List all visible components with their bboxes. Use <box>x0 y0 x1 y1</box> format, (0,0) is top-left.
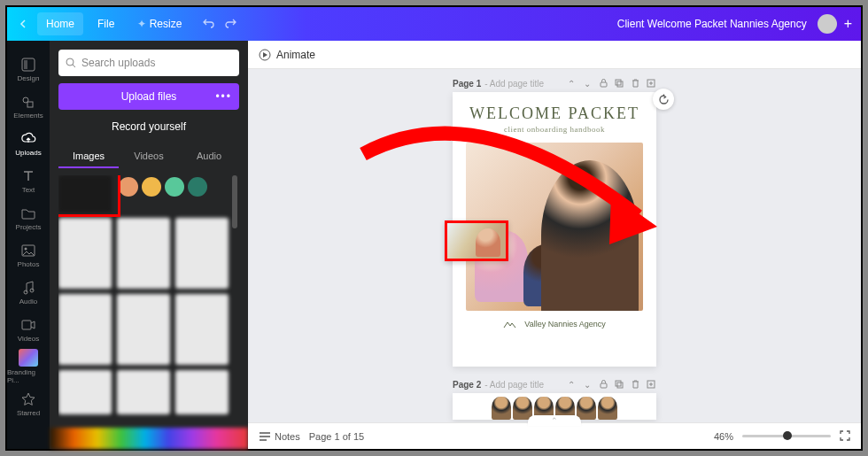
upload-thumb[interactable] <box>58 370 112 414</box>
zoom-slider[interactable] <box>742 435 831 437</box>
page-title-input[interactable]: - Add page title <box>484 380 544 390</box>
upload-thumb[interactable] <box>175 294 229 365</box>
trash-icon[interactable] <box>630 78 640 89</box>
animate-button[interactable]: Animate <box>276 49 315 61</box>
mountains-logo-icon <box>503 320 519 328</box>
color-swatches <box>117 175 239 213</box>
rail-label: Design <box>18 74 40 82</box>
notes-label: Notes <box>275 431 300 442</box>
lock-icon[interactable] <box>598 78 608 89</box>
page-counter[interactable]: Page 1 of 15 <box>309 431 364 442</box>
rail-label: Projects <box>16 223 42 231</box>
undo-button[interactable] <box>203 18 215 31</box>
upload-files-button[interactable]: Upload files ••• <box>58 83 239 110</box>
star-icon <box>20 391 36 407</box>
branding-icon <box>19 349 38 367</box>
cloud-upload-icon <box>20 131 36 147</box>
rail-label: Uploads <box>15 149 41 157</box>
page-2-header: Page 2 - Add page title ⌃ ⌄ <box>453 379 656 390</box>
add-page-icon[interactable] <box>646 379 656 390</box>
share-plus-button[interactable]: + <box>844 16 852 32</box>
upload-thumb[interactable] <box>58 218 112 289</box>
upload-thumb[interactable] <box>175 218 229 289</box>
doc-footer[interactable]: Valley Nannies Agency <box>503 320 605 328</box>
swatch[interactable] <box>165 177 184 197</box>
fullscreen-button[interactable] <box>840 430 850 443</box>
redo-button[interactable] <box>224 18 236 31</box>
svg-rect-16 <box>616 381 621 386</box>
upload-thumb[interactable] <box>58 294 112 365</box>
upload-thumb[interactable] <box>117 218 170 289</box>
back-button[interactable] <box>16 16 32 32</box>
doc-footer-text: Valley Nannies Agency <box>524 320 605 328</box>
rail-projects[interactable]: Projects <box>7 200 50 236</box>
chevron-up-icon[interactable]: ⌃ <box>566 379 577 390</box>
upload-thumb[interactable] <box>58 175 112 213</box>
document-title[interactable]: Client Welcome Packet Nannies Agency <box>617 18 807 30</box>
resize-menu[interactable]: ✦ Resize <box>128 12 190 35</box>
rail-photos[interactable]: Photos <box>7 237 50 273</box>
trash-icon[interactable] <box>630 379 640 390</box>
user-avatar[interactable] <box>818 14 837 34</box>
panel-tabs: Images Videos Audio <box>58 145 239 168</box>
music-icon <box>20 280 36 296</box>
svg-rect-11 <box>601 82 607 87</box>
notes-button[interactable]: Notes <box>259 431 300 442</box>
record-yourself-button[interactable]: Record yourself <box>58 115 239 138</box>
lock-icon[interactable] <box>598 379 608 390</box>
tab-videos[interactable]: Videos <box>119 145 179 168</box>
svg-rect-8 <box>22 321 31 329</box>
chevron-down-icon[interactable]: ⌄ <box>582 379 593 390</box>
duplicate-icon[interactable] <box>614 78 624 89</box>
bottom-color-strip <box>50 428 248 449</box>
rail-label: Photos <box>18 260 40 268</box>
tab-audio[interactable]: Audio <box>179 145 239 168</box>
image-icon <box>20 243 36 259</box>
svg-rect-12 <box>616 80 621 85</box>
page-drawer-handle[interactable]: ⌃ <box>528 415 581 426</box>
annotation-dragged-thumbnail <box>445 220 508 261</box>
canvas-toolbar: Animate <box>248 41 861 69</box>
zoom-value[interactable]: 46% <box>714 431 733 442</box>
swatch[interactable] <box>188 177 207 197</box>
upload-more-icon[interactable]: ••• <box>215 90 232 103</box>
tab-images[interactable]: Images <box>58 145 119 168</box>
search-icon <box>66 58 76 68</box>
svg-point-9 <box>66 58 74 66</box>
page-number-label: Page 1 <box>453 79 481 89</box>
reset-page-button[interactable] <box>653 89 674 110</box>
left-rail: Design Elements Uploads Text Projects Ph… <box>7 41 50 449</box>
swatch[interactable] <box>142 177 161 197</box>
rail-label: Audio <box>19 298 37 305</box>
duplicate-icon[interactable] <box>614 379 624 390</box>
rail-design[interactable]: Design <box>7 51 50 87</box>
panel-scrollbar[interactable] <box>232 175 237 428</box>
shapes-icon <box>20 94 36 110</box>
home-menu[interactable]: Home <box>37 12 83 35</box>
chevron-up-icon[interactable]: ⌃ <box>566 78 577 89</box>
rail-starred[interactable]: Starred <box>7 386 50 421</box>
rail-audio[interactable]: Audio <box>7 274 50 310</box>
search-input[interactable]: Search uploads <box>58 50 239 76</box>
svg-rect-1 <box>24 60 27 69</box>
rail-elements[interactable]: Elements <box>7 89 50 124</box>
canvas-viewport[interactable]: Page 1 - Add page title ⌃ ⌄ <box>248 69 861 422</box>
svg-rect-3 <box>27 102 33 107</box>
page-number-label: Page 2 <box>453 380 481 390</box>
doc-subheading[interactable]: client onboarding handbook <box>504 125 605 134</box>
page-title-input[interactable]: - Add page title <box>484 79 544 89</box>
rail-uploads[interactable]: Uploads <box>7 126 50 161</box>
doc-heading[interactable]: WELCOME PACKET <box>469 104 639 123</box>
uploads-grid <box>58 175 239 428</box>
video-icon <box>20 317 36 333</box>
rail-text[interactable]: Text <box>7 163 50 198</box>
chevron-down-icon[interactable]: ⌄ <box>582 78 593 89</box>
rail-branding[interactable]: Branding Pi... <box>7 349 50 384</box>
add-page-icon[interactable] <box>646 78 656 89</box>
rail-videos[interactable]: Videos <box>7 312 50 347</box>
upload-thumb[interactable] <box>175 370 229 414</box>
upload-thumb[interactable] <box>117 370 170 414</box>
swatch[interactable] <box>119 177 138 197</box>
upload-thumb[interactable] <box>117 294 170 365</box>
file-menu[interactable]: File <box>89 12 123 35</box>
